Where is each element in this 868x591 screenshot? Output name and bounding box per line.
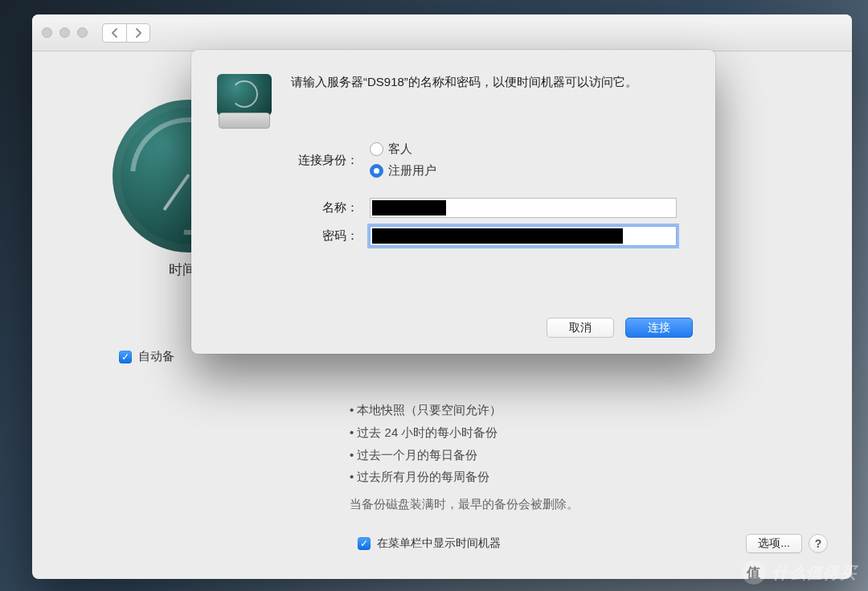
titlebar [32,14,852,51]
window-controls [42,27,88,38]
name-input[interactable] [370,198,677,218]
connect-button[interactable]: 连接 [625,318,693,338]
info-line: 本地快照（只要空间允许） [350,399,579,421]
redacted-block [372,228,623,244]
guest-label: 客人 [388,142,412,157]
back-button[interactable] [102,23,126,43]
registered-radio[interactable] [370,164,383,178]
info-line: 过去所有月份的每周备份 [350,466,579,488]
dialog-buttons: 取消 连接 [547,318,693,338]
dialog-message: 请输入服务器“DS918”的名称和密码，以便时间机器可以访问它。 [291,72,691,130]
watermark: 值 什么值得买 [742,560,857,585]
info-line: 过去一个月的每日备份 [350,444,579,466]
auth-form: 连接身份： 客人 注册用户 名称： 密码： [291,142,691,246]
guest-radio[interactable] [370,142,383,156]
password-input[interactable] [370,226,677,246]
auto-backup-row: ✓ 自动备 [119,349,174,364]
chevron-left-icon [111,28,118,38]
help-button[interactable]: ? [809,534,828,553]
redacted-block [372,200,446,215]
watermark-badge: 值 [742,560,766,585]
registered-radio-row[interactable]: 注册用户 [370,163,436,179]
forward-button[interactable] [126,23,150,43]
nav-buttons [102,23,150,43]
name-label: 名称： [291,200,370,215]
connect-as-group: 客人 注册用户 [370,142,436,179]
registered-label: 注册用户 [388,163,436,179]
auto-backup-checkbox[interactable]: ✓ [119,351,132,363]
guest-radio-row[interactable]: 客人 [370,142,436,157]
show-in-menubar-label: 在菜单栏中显示时间机器 [377,536,501,551]
auto-backup-label: 自动备 [138,349,174,364]
connect-as-label: 连接身份： [291,153,370,168]
close-window-button[interactable] [42,27,52,38]
watermark-text: 什么值得买 [772,562,857,584]
minimize-window-button[interactable] [59,27,70,38]
time-machine-disk-icon [215,72,273,130]
zoom-window-button[interactable] [77,27,88,38]
info-line: 过去 24 小时的每小时备份 [350,421,579,444]
chevron-right-icon [135,28,142,38]
options-button[interactable]: 选项... [746,534,802,553]
cancel-button[interactable]: 取消 [547,318,614,338]
show-in-menubar-checkbox[interactable]: ✓ [358,537,371,550]
password-label: 密码： [291,228,370,244]
info-note: 当备份磁盘装满时，最早的备份会被删除。 [350,493,579,515]
auth-dialog: 请输入服务器“DS918”的名称和密码，以便时间机器可以访问它。 连接身份： 客… [191,50,715,354]
bottom-row: ✓ 在菜单栏中显示时间机器 选项... ? [358,534,828,553]
backup-info-list: 本地快照（只要空间允许） 过去 24 小时的每小时备份 过去一个月的每日备份 过… [350,399,579,515]
